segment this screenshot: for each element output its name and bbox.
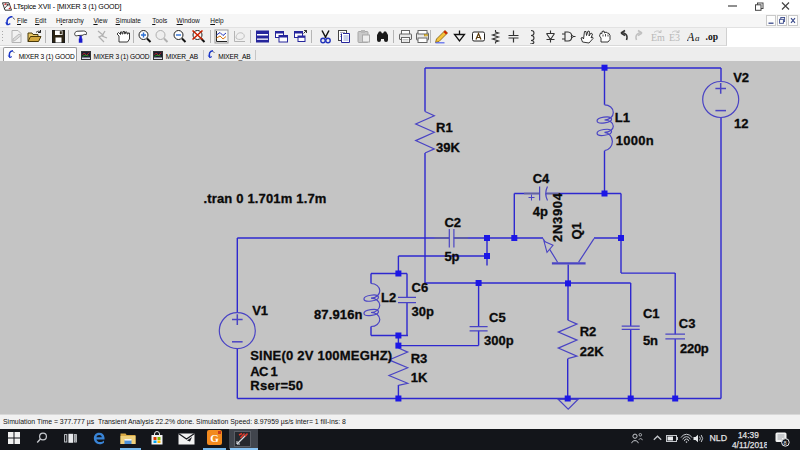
svg-text:C5: C5 [489,310,506,325]
svg-text:R2: R2 [580,324,597,339]
svg-text:8: 8 [784,440,787,446]
svg-text:1000n: 1000n [616,133,654,148]
svg-text:14:39: 14:39 [738,430,759,440]
svg-text:.tran 0 1.701m 1.7m: .tran 0 1.701m 1.7m [203,191,326,206]
svg-text:Q1: Q1 [569,222,584,239]
svg-text:NLD: NLD [710,433,728,443]
svg-text:30p: 30p [412,304,434,319]
svg-text:R3: R3 [411,351,428,366]
svg-text:300p: 300p [484,333,514,348]
svg-text:G: G [210,432,219,444]
svg-text:Em: Em [651,32,665,43]
svg-text:C4: C4 [533,171,550,186]
svg-text:1K: 1K [411,370,428,385]
svg-text:AC 1: AC 1 [250,364,278,379]
svg-text:V2: V2 [733,70,749,85]
svg-text:5n: 5n [643,333,658,348]
svg-text:C1: C1 [643,306,660,321]
svg-text:A: A [687,30,695,44]
svg-text:5p: 5p [444,249,459,264]
svg-text:Rser=50: Rser=50 [250,378,303,393]
svg-text:39K: 39K [436,140,460,155]
svg-text:4/11/2018: 4/11/2018 [732,440,767,450]
svg-text:220p: 220p [680,341,709,356]
svg-text:V1: V1 [252,303,268,318]
svg-text:87.916n: 87.916n [314,307,363,322]
svg-text:a: a [695,33,700,43]
svg-text:R1: R1 [436,120,453,135]
svg-text:4p: 4p [533,204,548,219]
svg-text:L2: L2 [381,290,396,305]
svg-text:E3: E3 [669,32,680,43]
svg-text:12: 12 [734,116,748,131]
svg-text:SINE(0 2V 100MEGHZ): SINE(0 2V 100MEGHZ) [250,348,392,363]
svg-text:C3: C3 [679,316,696,331]
svg-text:C2: C2 [444,215,461,230]
svg-text:2N3904: 2N3904 [550,192,565,242]
svg-text:C6: C6 [412,280,429,295]
svg-text:.op: .op [705,32,717,42]
svg-text:L1: L1 [615,110,630,125]
svg-text:22K: 22K [580,344,604,359]
